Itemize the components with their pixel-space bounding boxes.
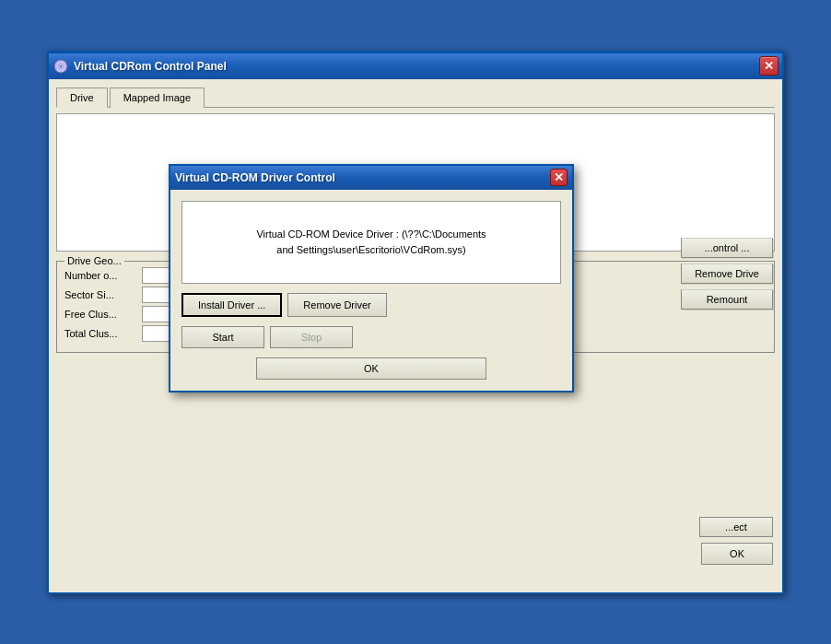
main-window: Virtual CDRom Control Panel ✕ Drive Mapp… xyxy=(47,51,784,594)
modal-info-box: Virtual CD-ROM Device Driver : (\??\C:\D… xyxy=(181,201,561,284)
modal-title-bar: Virtual CD-ROM Driver Control ✕ xyxy=(170,166,572,190)
modal-body: Virtual CD-ROM Device Driver : (\??\C:\D… xyxy=(170,190,572,391)
modal-title: Virtual CD-ROM Driver Control xyxy=(175,171,550,184)
start-stop-row: Start Stop xyxy=(181,326,561,348)
start-button[interactable]: Start xyxy=(181,326,264,348)
stop-button[interactable]: Stop xyxy=(270,326,353,348)
modal-close-button[interactable]: ✕ xyxy=(550,169,568,186)
install-remove-row: Install Driver ... Remove Driver xyxy=(181,293,561,317)
modal-overlay: Virtual CD-ROM Driver Control ✕ Virtual … xyxy=(49,53,782,592)
modal-info-text: Virtual CD-ROM Device Driver : (\??\C:\D… xyxy=(256,227,486,257)
ok-row: OK xyxy=(181,357,561,380)
modal-dialog: Virtual CD-ROM Driver Control ✕ Virtual … xyxy=(169,164,574,392)
install-driver-button[interactable]: Install Driver ... xyxy=(181,293,282,317)
remove-driver-button[interactable]: Remove Driver xyxy=(287,293,386,317)
modal-ok-button[interactable]: OK xyxy=(256,357,486,380)
